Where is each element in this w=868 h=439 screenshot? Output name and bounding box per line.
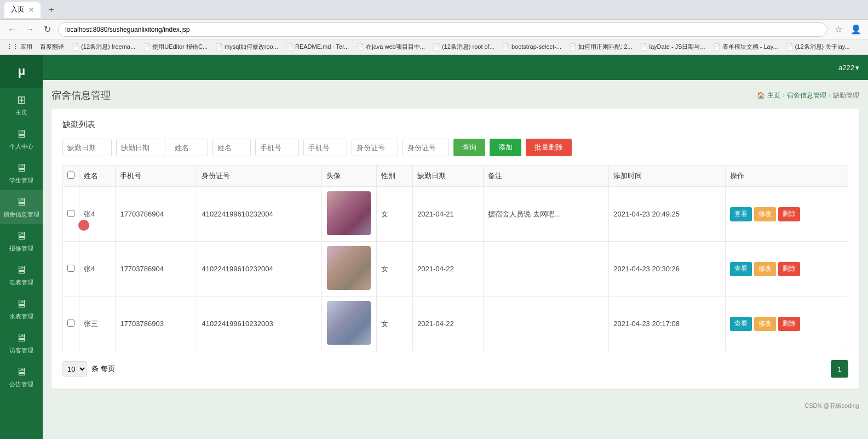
breadcrumb-sep2: › — [829, 92, 831, 99]
row3-edit-btn[interactable]: 修改 — [754, 317, 776, 331]
bookmark-7[interactable]: 📄 (12条消息) root of... — [430, 42, 497, 52]
header-name: 姓名 — [79, 166, 116, 187]
add-btn[interactable]: 添加 — [490, 139, 521, 156]
footer-text: CSDN @花椒coding — [804, 402, 859, 409]
row3-name: 张三 — [79, 297, 116, 351]
bookmark-8[interactable]: 📄 bootstrap-select-... — [500, 42, 564, 52]
sidebar-item-meter[interactable]: 🖥 电表管理 — [0, 258, 43, 292]
name-from-input[interactable] — [170, 139, 208, 156]
breadcrumb-home-icon: 🏠 — [757, 92, 765, 99]
bookmark-12[interactable]: 📄 (12条消息) 关于lay... — [784, 42, 852, 52]
sidebar-item-notice[interactable]: 🖥 公告管理 — [0, 360, 43, 394]
new-tab-btn[interactable]: + — [44, 2, 59, 18]
nav-back-btn[interactable]: ← — [5, 23, 19, 36]
sidebar-item-personal[interactable]: 🖥 个人中心 — [0, 122, 43, 156]
nav-refresh-btn[interactable]: ↻ — [41, 23, 54, 36]
row2-name: 张4 — [79, 242, 116, 297]
card-title: 缺勤列表 — [62, 119, 848, 130]
breadcrumb-current: 缺勤管理 — [833, 91, 859, 100]
row2-checkbox[interactable] — [67, 265, 74, 272]
address-bar[interactable] — [58, 22, 827, 37]
bookmark-4[interactable]: 📄 mysql如何修改roo... — [213, 42, 280, 52]
water-icon: 🖥 — [16, 298, 27, 310]
row1-delete-btn[interactable]: 删除 — [778, 207, 800, 221]
row1-edit-btn[interactable]: 修改 — [754, 207, 776, 221]
user-dropdown-icon[interactable]: ▾ — [855, 64, 859, 72]
bookmark-9[interactable]: 📄 如何用正则匹配: 2... — [567, 42, 634, 52]
row2-phone: 17703786904 — [116, 242, 197, 297]
search-btn[interactable]: 查询 — [453, 139, 485, 156]
page-content: 宿舍信息管理 🏠 主页 › 宿舍信息管理 › 缺勤管理 缺勤列表 — [43, 80, 868, 397]
tab-close-btn[interactable]: ✕ — [28, 6, 34, 14]
repair-icon: 🖥 — [16, 230, 27, 242]
row1-absence-date: 2021-04-21 — [413, 187, 484, 242]
bookmark-5[interactable]: 📄 README.md · Ter... — [284, 42, 351, 52]
sidebar-label-personal: 个人中心 — [9, 142, 33, 151]
bookmark-2[interactable]: 📄 (12条消息) freema... — [70, 42, 137, 52]
bookmark-3[interactable]: 📄 使用UEditor 报错C... — [141, 42, 210, 52]
table-row: 张4 17703786904 410224199610232004 女 2021… — [63, 187, 848, 242]
row1-view-btn[interactable]: 查看 — [730, 207, 752, 221]
header-photo: 头像 — [321, 166, 376, 187]
footer-brand: CSDN @花椒coding — [43, 397, 868, 414]
row1-add-time: 2021-04-23 20:49:25 — [609, 187, 726, 242]
user-label: a222 — [838, 64, 854, 72]
student-icon: 🖥 — [16, 162, 27, 174]
header-checkbox-cell — [63, 166, 79, 187]
row2-photo — [327, 246, 371, 290]
nav-forward-btn[interactable]: → — [23, 23, 36, 36]
row1-photo-cell — [321, 187, 376, 242]
per-page-select[interactable]: 10 20 50 — [62, 361, 87, 377]
id-from-input[interactable] — [352, 139, 398, 156]
batch-delete-btn[interactable]: 批量删除 — [526, 139, 572, 156]
absence-date-from-input[interactable] — [62, 139, 112, 156]
per-page-label: 条 每页 — [91, 364, 115, 374]
name-to-input[interactable] — [212, 139, 251, 156]
row2-add-time: 2021-04-23 20:30:26 — [609, 242, 726, 297]
page-title-bar: 宿舍信息管理 🏠 主页 › 宿舍信息管理 › 缺勤管理 — [51, 89, 859, 102]
sidebar-item-water[interactable]: 🖥 水表管理 — [0, 292, 43, 326]
row2-view-btn[interactable]: 查看 — [730, 262, 752, 276]
select-all-checkbox[interactable] — [67, 172, 74, 179]
sidebar-item-home[interactable]: ⊞ 主页 — [0, 88, 43, 122]
sidebar-label-water: 水表管理 — [9, 312, 33, 321]
row3-checkbox[interactable] — [67, 320, 74, 327]
row3-view-btn[interactable]: 查看 — [730, 317, 752, 331]
header-remark: 备注 — [484, 166, 609, 187]
sidebar-item-dorm[interactable]: 🖥 宿舍信息管理 — [0, 190, 43, 224]
bookmark-6[interactable]: 📄 在java web项目目中... — [354, 42, 427, 52]
row3-delete-btn[interactable]: 删除 — [778, 317, 800, 331]
header-action: 操作 — [726, 166, 848, 187]
sidebar-item-student[interactable]: 🖥 学生管理 — [0, 156, 43, 190]
row1-checkbox[interactable] — [67, 210, 74, 217]
absence-date-to-input[interactable] — [116, 139, 165, 156]
page-title: 宿舍信息管理 — [51, 89, 111, 102]
phone-to-input[interactable] — [303, 139, 347, 156]
sidebar-item-visitor[interactable]: 🖥 访客管理 — [0, 326, 43, 360]
bookmarks-bar: ⋮⋮ 应用 百度翻译 📄 (12条消息) freema... 📄 使用UEdit… — [0, 39, 868, 55]
sidebar-item-repair[interactable]: 🖥 报修管理 — [0, 224, 43, 258]
id-to-input[interactable] — [403, 139, 449, 156]
row3-gender: 女 — [376, 297, 412, 351]
bookmark-apps[interactable]: ⋮⋮ 应用 — [4, 42, 35, 52]
nav-star-btn[interactable]: ☆ — [832, 23, 845, 36]
row1-photo — [327, 191, 371, 235]
table-header: 姓名 手机号 身份证号 头像 性别 缺勤日期 备注 添加时间 操作 — [63, 166, 848, 187]
bookmark-1[interactable]: 百度翻译 — [38, 42, 66, 52]
meter-icon: 🖥 — [16, 264, 27, 276]
breadcrumb-dorm-link[interactable]: 宿舍信息管理 — [787, 91, 826, 100]
bookmark-11[interactable]: 📄 表单模块文档 - Lay... — [711, 42, 780, 52]
row2-edit-btn[interactable]: 修改 — [754, 262, 776, 276]
breadcrumb-home-link[interactable]: 主页 — [767, 91, 780, 100]
nav-account-btn[interactable]: 👤 — [849, 23, 863, 36]
page-1-btn[interactable]: 1 — [831, 360, 848, 378]
header-id: 身份证号 — [197, 166, 321, 187]
phone-from-input[interactable] — [255, 139, 299, 156]
bookmark-10[interactable]: 📄 layDate - JS日期与... — [637, 42, 707, 52]
row3-id: 410224199610232003 — [197, 297, 321, 351]
row3-phone: 17703786903 — [116, 297, 197, 351]
row1-remark: 据宿舍人员说 去网吧... — [484, 187, 609, 242]
active-tab[interactable]: 入页 ✕ — [4, 2, 41, 18]
sidebar-label-visitor: 访客管理 — [9, 346, 33, 355]
row2-delete-btn[interactable]: 删除 — [778, 262, 800, 276]
